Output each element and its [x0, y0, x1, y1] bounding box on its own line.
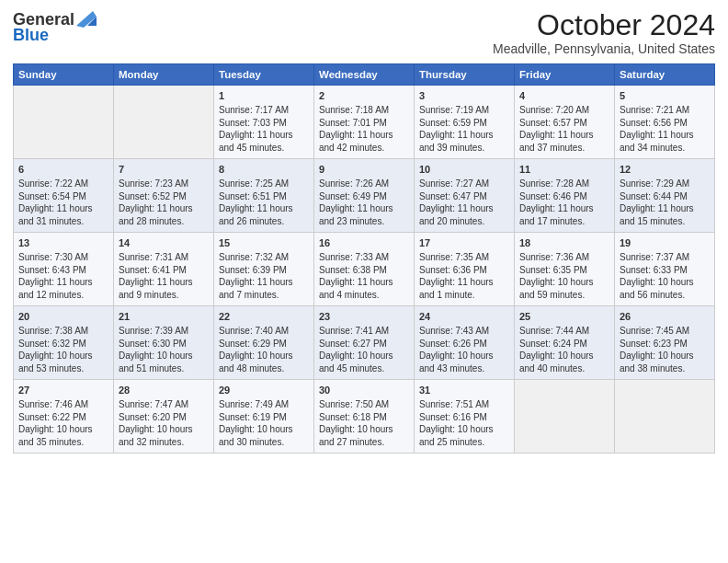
- sunset-text: Sunset: 6:59 PM: [419, 118, 487, 128]
- daylight-text: Daylight: 10 hours and 51 minutes.: [119, 350, 193, 373]
- daylight-text: Daylight: 11 hours and 4 minutes.: [319, 277, 393, 300]
- calendar-cell: 29Sunrise: 7:49 AMSunset: 6:19 PMDayligh…: [214, 380, 314, 454]
- sunrise-text: Sunrise: 7:47 AM: [119, 399, 188, 409]
- sunrise-text: Sunrise: 7:44 AM: [519, 326, 589, 336]
- calendar-cell: 10Sunrise: 7:27 AMSunset: 6:47 PMDayligh…: [415, 159, 515, 233]
- calendar-cell: [615, 380, 715, 454]
- page-subtitle: Meadville, Pennsylvania, United States: [493, 41, 715, 56]
- day-number: 19: [620, 236, 710, 250]
- sunset-text: Sunset: 6:47 PM: [419, 191, 487, 201]
- sunrise-text: Sunrise: 7:35 AM: [419, 252, 489, 262]
- sunset-text: Sunset: 6:19 PM: [219, 412, 287, 422]
- sunset-text: Sunset: 6:39 PM: [219, 265, 287, 275]
- sunset-text: Sunset: 7:03 PM: [219, 118, 287, 128]
- calendar-header-wednesday: Wednesday: [314, 64, 415, 86]
- day-number: 29: [219, 384, 309, 397]
- daylight-text: Daylight: 11 hours and 26 minutes.: [219, 203, 293, 226]
- day-number: 26: [620, 310, 710, 324]
- sunrise-text: Sunrise: 7:30 AM: [18, 252, 88, 262]
- day-number: 31: [419, 384, 509, 397]
- calendar-cell: 2Sunrise: 7:18 AMSunset: 7:01 PMDaylight…: [314, 86, 415, 159]
- page: General Blue October 2024 Meadville, Pen…: [0, 0, 728, 563]
- sunset-text: Sunset: 6:38 PM: [319, 265, 387, 275]
- calendar-cell: 24Sunrise: 7:43 AMSunset: 6:26 PMDayligh…: [415, 306, 515, 380]
- sunrise-text: Sunrise: 7:19 AM: [419, 105, 489, 115]
- sunset-text: Sunset: 6:23 PM: [620, 339, 688, 349]
- sunrise-text: Sunrise: 7:29 AM: [620, 178, 689, 189]
- sunrise-text: Sunrise: 7:43 AM: [419, 326, 489, 336]
- sunrise-text: Sunrise: 7:36 AM: [519, 252, 589, 262]
- daylight-text: Daylight: 11 hours and 20 minutes.: [419, 203, 494, 226]
- sunset-text: Sunset: 6:30 PM: [119, 339, 187, 349]
- sunset-text: Sunset: 6:54 PM: [18, 191, 86, 201]
- calendar-week-2: 6Sunrise: 7:22 AMSunset: 6:54 PMDaylight…: [14, 159, 715, 233]
- sunset-text: Sunset: 6:33 PM: [620, 265, 688, 275]
- daylight-text: Daylight: 10 hours and 53 minutes.: [18, 350, 93, 373]
- sunrise-text: Sunrise: 7:40 AM: [219, 326, 289, 336]
- day-number: 4: [519, 89, 609, 103]
- sunset-text: Sunset: 6:26 PM: [419, 339, 487, 349]
- sunset-text: Sunset: 6:43 PM: [18, 265, 86, 275]
- calendar-cell: [114, 86, 214, 159]
- sunrise-text: Sunrise: 7:28 AM: [519, 178, 589, 189]
- header: General Blue October 2024 Meadville, Pen…: [13, 9, 715, 56]
- calendar-cell: 22Sunrise: 7:40 AMSunset: 6:29 PMDayligh…: [214, 306, 314, 380]
- calendar-cell: 12Sunrise: 7:29 AMSunset: 6:44 PMDayligh…: [615, 159, 715, 233]
- sunrise-text: Sunrise: 7:20 AM: [519, 105, 589, 115]
- calendar-week-1: 1Sunrise: 7:17 AMSunset: 7:03 PMDaylight…: [14, 86, 715, 159]
- calendar-cell: 15Sunrise: 7:32 AMSunset: 6:39 PMDayligh…: [214, 233, 314, 306]
- daylight-text: Daylight: 10 hours and 30 minutes.: [219, 424, 293, 447]
- calendar-cell: 4Sunrise: 7:20 AMSunset: 6:57 PMDaylight…: [515, 86, 615, 159]
- daylight-text: Daylight: 11 hours and 42 minutes.: [319, 130, 393, 153]
- calendar-cell: 21Sunrise: 7:39 AMSunset: 6:30 PMDayligh…: [114, 306, 214, 380]
- day-number: 15: [219, 236, 309, 250]
- day-number: 21: [119, 310, 209, 324]
- daylight-text: Daylight: 11 hours and 1 minute.: [419, 277, 494, 300]
- day-number: 1: [219, 89, 309, 103]
- sunrise-text: Sunrise: 7:37 AM: [620, 252, 689, 262]
- sunrise-text: Sunrise: 7:23 AM: [119, 178, 188, 189]
- calendar-cell: 7Sunrise: 7:23 AMSunset: 6:52 PMDaylight…: [114, 159, 214, 233]
- calendar-cell: 3Sunrise: 7:19 AMSunset: 6:59 PMDaylight…: [415, 86, 515, 159]
- day-number: 14: [119, 236, 209, 250]
- day-number: 18: [519, 236, 609, 250]
- calendar-week-5: 27Sunrise: 7:46 AMSunset: 6:22 PMDayligh…: [14, 380, 715, 454]
- calendar-cell: 20Sunrise: 7:38 AMSunset: 6:32 PMDayligh…: [14, 306, 114, 380]
- day-number: 16: [319, 236, 409, 250]
- day-number: 30: [319, 384, 409, 397]
- sunset-text: Sunset: 6:49 PM: [319, 191, 387, 201]
- day-number: 13: [18, 236, 108, 250]
- logo-icon: [76, 9, 97, 28]
- sunrise-text: Sunrise: 7:17 AM: [219, 105, 289, 115]
- calendar-cell: [515, 380, 615, 454]
- sunrise-text: Sunrise: 7:25 AM: [219, 178, 289, 189]
- day-number: 20: [18, 310, 108, 324]
- sunset-text: Sunset: 6:32 PM: [18, 339, 86, 349]
- sunrise-text: Sunrise: 7:51 AM: [419, 399, 489, 409]
- daylight-text: Daylight: 10 hours and 40 minutes.: [519, 350, 594, 373]
- daylight-text: Daylight: 10 hours and 56 minutes.: [620, 277, 694, 300]
- day-number: 22: [219, 310, 309, 324]
- calendar-cell: 30Sunrise: 7:50 AMSunset: 6:18 PMDayligh…: [314, 380, 415, 454]
- day-number: 5: [620, 89, 710, 103]
- sunset-text: Sunset: 6:20 PM: [119, 412, 187, 422]
- sunset-text: Sunset: 6:44 PM: [620, 191, 688, 201]
- daylight-text: Daylight: 11 hours and 31 minutes.: [18, 203, 93, 226]
- daylight-text: Daylight: 10 hours and 35 minutes.: [18, 424, 93, 447]
- calendar: SundayMondayTuesdayWednesdayThursdayFrid…: [13, 63, 715, 454]
- calendar-header-tuesday: Tuesday: [214, 64, 314, 86]
- calendar-cell: 8Sunrise: 7:25 AMSunset: 6:51 PMDaylight…: [214, 159, 314, 233]
- calendar-cell: 11Sunrise: 7:28 AMSunset: 6:46 PMDayligh…: [515, 159, 615, 233]
- daylight-text: Daylight: 10 hours and 32 minutes.: [119, 424, 193, 447]
- daylight-text: Daylight: 10 hours and 38 minutes.: [620, 350, 694, 373]
- sunset-text: Sunset: 6:35 PM: [519, 265, 587, 275]
- daylight-text: Daylight: 11 hours and 23 minutes.: [319, 203, 393, 226]
- calendar-header-friday: Friday: [515, 64, 615, 86]
- sunset-text: Sunset: 6:18 PM: [319, 412, 387, 422]
- day-number: 23: [319, 310, 409, 324]
- daylight-text: Daylight: 11 hours and 34 minutes.: [620, 130, 694, 153]
- sunset-text: Sunset: 6:52 PM: [119, 191, 187, 201]
- daylight-text: Daylight: 11 hours and 37 minutes.: [519, 130, 594, 153]
- sunrise-text: Sunrise: 7:38 AM: [18, 326, 88, 336]
- calendar-cell: 5Sunrise: 7:21 AMSunset: 6:56 PMDaylight…: [615, 86, 715, 159]
